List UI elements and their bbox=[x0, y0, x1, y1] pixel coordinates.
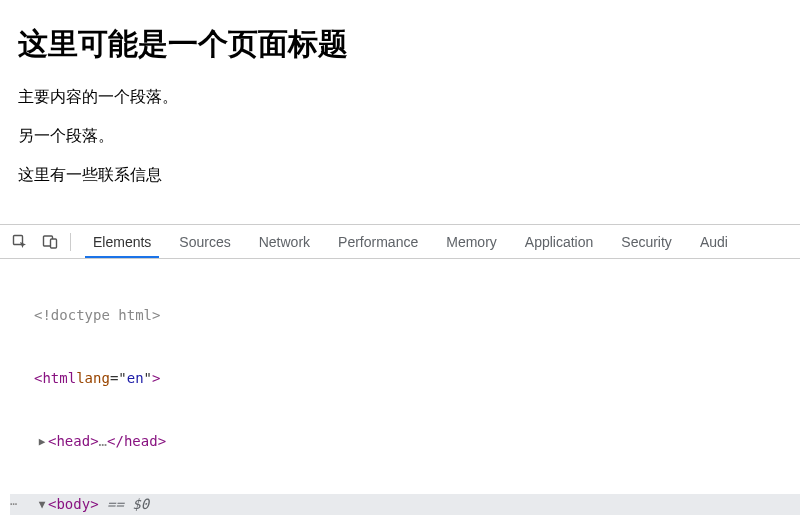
devtools-tabs: Elements Sources Network Performance Mem… bbox=[79, 225, 742, 258]
dom-tree[interactable]: <!doctype html> <html lang="en"> ▶<head>… bbox=[0, 259, 800, 530]
dom-head[interactable]: ▶<head>…</head> bbox=[10, 431, 800, 452]
tab-memory[interactable]: Memory bbox=[432, 225, 511, 258]
paragraph-1: 主要内容的一个段落。 bbox=[18, 87, 782, 108]
dom-html-open[interactable]: <html lang="en"> bbox=[10, 368, 800, 389]
tab-audits[interactable]: Audi bbox=[686, 225, 742, 258]
paragraph-2: 另一个段落。 bbox=[18, 126, 782, 147]
tab-security[interactable]: Security bbox=[607, 225, 686, 258]
inspect-element-icon[interactable] bbox=[6, 228, 34, 256]
contact-info: 这里有一些联系信息 bbox=[18, 165, 782, 186]
tab-performance[interactable]: Performance bbox=[324, 225, 432, 258]
tab-application[interactable]: Application bbox=[511, 225, 608, 258]
rendered-page: 这里可能是一个页面标题 主要内容的一个段落。 另一个段落。 这里有一些联系信息 bbox=[0, 0, 800, 224]
dom-doctype[interactable]: <!doctype html> bbox=[10, 305, 800, 326]
tab-elements[interactable]: Elements bbox=[79, 225, 165, 258]
dom-body[interactable]: ⋯▼<body> == $0 bbox=[10, 494, 800, 515]
devtools-panel: Elements Sources Network Performance Mem… bbox=[0, 224, 800, 530]
tab-network[interactable]: Network bbox=[245, 225, 324, 258]
svg-rect-2 bbox=[51, 239, 57, 248]
device-toggle-icon[interactable] bbox=[36, 228, 64, 256]
toolbar-separator bbox=[70, 233, 71, 251]
devtools-toolbar: Elements Sources Network Performance Mem… bbox=[0, 225, 800, 259]
page-title: 这里可能是一个页面标题 bbox=[18, 24, 782, 65]
tab-sources[interactable]: Sources bbox=[165, 225, 244, 258]
